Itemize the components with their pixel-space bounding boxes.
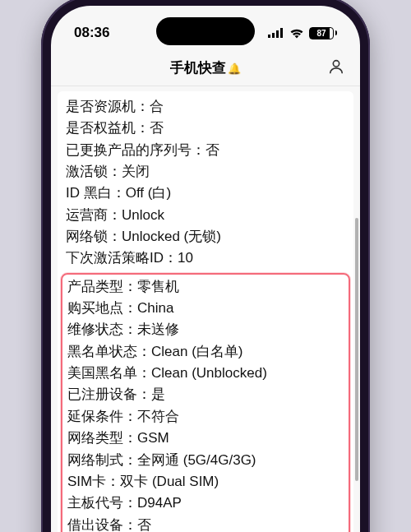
svg-rect-2 [276, 30, 279, 38]
boxed-row: 购买地点China [67, 298, 344, 319]
row-label: SIM卡 [67, 474, 120, 489]
dynamic-island [156, 17, 255, 45]
row-value: 是 [151, 386, 165, 402]
row-label: 延保条件 [67, 409, 137, 424]
row-value: 未送修 [137, 322, 179, 337]
row-value: 10 [178, 250, 193, 266]
row-value: 零售机 [137, 279, 179, 294]
row-label: ID 黑白 [66, 185, 126, 201]
battery-indicator: 87 [309, 27, 337, 39]
profile-button[interactable] [327, 58, 345, 79]
row-value: Off (白) [126, 185, 171, 201]
row-value: 双卡 (Dual SIM) [120, 474, 219, 489]
row-value: Clean (Unblocked) [151, 365, 267, 381]
scrollbar[interactable] [355, 218, 358, 481]
row-value: 否 [137, 517, 151, 532]
nav-bar: 手机快查🔔 [51, 50, 360, 86]
row-label: 网络制式 [67, 452, 137, 468]
row-label: 已更换产品的序列号 [66, 142, 206, 158]
wifi-icon [289, 28, 304, 39]
row-label: 美国黑名单 [67, 365, 151, 381]
content-scroll[interactable]: 是否资源机合是否权益机否已更换产品的序列号否激活锁关闭ID 黑白Off (白)运… [51, 86, 360, 532]
row-value: Unlocked (无锁) [122, 229, 221, 244]
page-title: 手机快查🔔 [170, 58, 241, 77]
row-label: 借出设备 [67, 517, 137, 532]
row-value: Clean (白名单) [151, 344, 242, 359]
boxed-row: 美国黑名单Clean (Unblocked) [67, 363, 344, 384]
boxed-row: 网络制式全网通 (5G/4G/3G) [67, 450, 344, 471]
row-value: Unlock [122, 207, 164, 223]
boxed-row: SIM卡双卡 (Dual SIM) [67, 471, 344, 493]
info-row: 是否权益机否 [66, 118, 345, 139]
row-label: 网络锁 [66, 229, 122, 244]
row-label: 下次激活策略ID [66, 250, 178, 266]
row-value: D94AP [137, 495, 182, 511]
row-label: 主板代号 [67, 495, 137, 511]
info-row: ID 黑白Off (白) [66, 183, 345, 204]
info-row: 是否资源机合 [66, 96, 345, 118]
battery-level: 87 [316, 29, 326, 38]
info-row: 下次激活策略ID10 [66, 247, 345, 269]
row-value: 否 [206, 142, 219, 158]
row-label: 购买地点 [67, 300, 137, 316]
boxed-row: 借出设备否 [67, 515, 344, 532]
svg-rect-1 [272, 33, 275, 38]
row-label: 是否资源机 [66, 99, 150, 114]
row-label: 黑名单状态 [67, 344, 151, 359]
info-row: 激活锁关闭 [66, 161, 345, 183]
status-right: 87 [268, 27, 337, 39]
bell-icon: 🔔 [228, 62, 241, 75]
row-label: 维修状态 [67, 322, 137, 337]
info-row: 运营商Unlock [66, 205, 345, 226]
row-value: 全网通 (5G/4G/3G) [137, 452, 256, 468]
highlight-box: 产品类型零售机购买地点China维修状态未送修黑名单状态Clean (白名单)美… [61, 273, 350, 532]
row-value: 不符合 [137, 409, 179, 424]
row-label: 网络类型 [67, 430, 137, 446]
boxed-row: 维修状态未送修 [67, 319, 344, 340]
svg-rect-3 [280, 28, 283, 38]
status-time: 08:36 [74, 25, 109, 41]
svg-point-4 [333, 60, 339, 66]
row-value: China [137, 300, 173, 316]
cellular-icon [268, 28, 284, 38]
row-value: 否 [150, 120, 164, 136]
row-value: 关闭 [122, 164, 150, 179]
boxed-row: 延保条件不符合 [67, 406, 344, 428]
screen: 08:36 87 手机快查🔔 [51, 6, 360, 532]
phone-frame: 08:36 87 手机快查🔔 [41, 0, 370, 532]
row-value: 合 [150, 99, 164, 114]
boxed-row: 已注册设备是 [67, 384, 344, 405]
svg-rect-0 [268, 35, 270, 38]
boxed-row: 网络类型GSM [67, 428, 344, 449]
row-label: 激活锁 [66, 164, 122, 179]
boxed-row: 黑名单状态Clean (白名单) [67, 341, 344, 363]
boxed-row: 主板代号D94AP [67, 493, 344, 514]
info-row: 已更换产品的序列号否 [66, 140, 345, 161]
info-row: 网络锁Unlocked (无锁) [66, 226, 345, 247]
row-label: 已注册设备 [67, 386, 151, 402]
boxed-row: 产品类型零售机 [67, 276, 344, 298]
row-label: 产品类型 [67, 279, 137, 294]
row-label: 是否权益机 [66, 120, 150, 136]
info-sheet: 是否资源机合是否权益机否已更换产品的序列号否激活锁关闭ID 黑白Off (白)运… [58, 91, 353, 532]
row-label: 运营商 [66, 207, 122, 223]
row-value: GSM [137, 430, 169, 446]
